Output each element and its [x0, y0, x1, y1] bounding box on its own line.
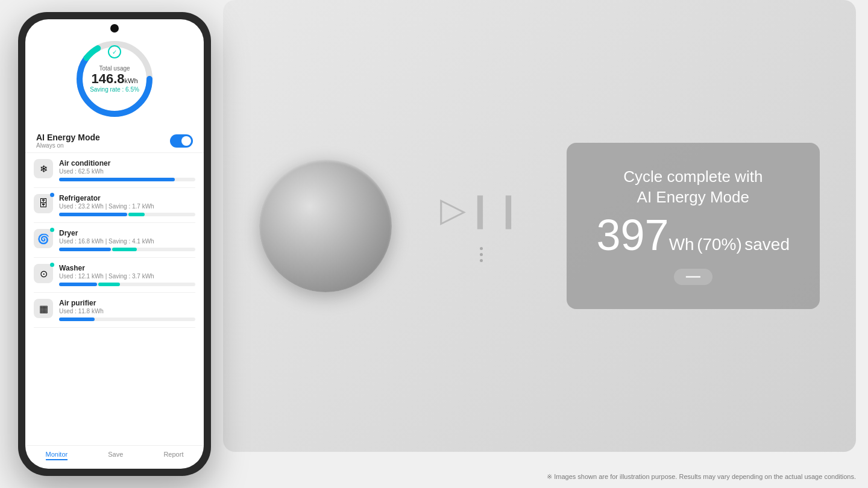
- overlay-number: 397: [597, 211, 669, 259]
- bar-used: [59, 178, 175, 181]
- device-item: ❄Air conditionerUsed : 62.5 kWh: [34, 153, 195, 188]
- usage-chart-area: ✓ Total usage 146.8kWh Saving rate : 6.5…: [25, 28, 204, 128]
- chart-saving: Saving rate : 6.5%: [90, 86, 139, 93]
- bar-used: [59, 283, 97, 286]
- bar-used: [59, 213, 127, 216]
- play-pause-icon[interactable]: ▷❙❙: [440, 190, 523, 229]
- chart-value: 146.8kWh: [90, 72, 139, 86]
- device-stats: Used : 23.2 kWh | Saving : 1.7 kWh: [59, 203, 195, 210]
- cycle-complete-card: Cycle complete with AI Energy Mode 397Wh…: [567, 143, 820, 310]
- device-name: Air purifier: [59, 299, 195, 307]
- device-stats: Used : 62.5 kWh: [59, 168, 195, 175]
- device-info: Air conditionerUsed : 62.5 kWh: [59, 159, 195, 181]
- usage-bar: [59, 213, 195, 216]
- washer-left: ▷❙❙: [259, 160, 523, 292]
- ai-mode-toggle[interactable]: [170, 134, 193, 148]
- bar-used: [59, 318, 95, 321]
- ai-mode-info: AI Energy Mode Always on: [36, 133, 100, 149]
- dot3: [480, 259, 483, 262]
- chart-center: Total usage 146.8kWh Saving rate : 6.5%: [90, 65, 139, 93]
- svg-text:✓: ✓: [112, 49, 117, 55]
- overlay-title: Cycle complete with AI Energy Mode: [597, 167, 790, 208]
- device-icon: ❄: [34, 159, 53, 178]
- disclaimer-text: ※ Images shown are for illustration purp…: [547, 473, 856, 481]
- washer-knob: [259, 160, 392, 292]
- phone-shell: ✓ Total usage 146.8kWh Saving rate : 6.5…: [18, 12, 211, 476]
- phone-screen: ✓ Total usage 146.8kWh Saving rate : 6.5…: [25, 19, 204, 469]
- overlay-saved: saved: [744, 235, 790, 254]
- device-name: Dryer: [59, 229, 195, 237]
- nav-item-report[interactable]: Report: [163, 451, 183, 460]
- device-info: DryerUsed : 16.8 kWh | Saving : 4.1 kWh: [59, 229, 195, 251]
- device-info: RefrigeratorUsed : 23.2 kWh | Saving : 1…: [59, 194, 195, 216]
- ai-mode-title: AI Energy Mode: [36, 133, 100, 142]
- dots-indicator: [480, 247, 483, 262]
- device-icon: 🗄: [34, 194, 53, 213]
- usage-bar: [59, 283, 195, 286]
- nav-item-save[interactable]: Save: [108, 451, 123, 460]
- device-item: 🗄RefrigeratorUsed : 23.2 kWh | Saving : …: [34, 188, 195, 223]
- phone-notch: [25, 19, 204, 28]
- device-stats: Used : 16.8 kWh | Saving : 4.1 kWh: [59, 238, 195, 245]
- device-list: ❄Air conditionerUsed : 62.5 kWh🗄Refriger…: [25, 153, 204, 445]
- phone: ✓ Total usage 146.8kWh Saving rate : 6.5…: [18, 12, 211, 476]
- toggle-knob: [181, 136, 191, 146]
- overlay-unit: Wh: [669, 235, 694, 254]
- ai-energy-mode-section: AI Energy Mode Always on: [25, 128, 204, 153]
- device-item: ▦Air purifierUsed : 11.8 kWh: [34, 293, 195, 328]
- washer-action-button[interactable]: ━━━: [674, 269, 712, 285]
- dot2: [480, 253, 483, 256]
- bar-used: [59, 248, 111, 251]
- status-dot: [50, 228, 54, 232]
- usage-bar: [59, 248, 195, 251]
- bar-saving: [128, 213, 145, 216]
- device-icon: 🌀: [34, 229, 53, 248]
- status-dot: [50, 263, 54, 267]
- device-name: Refrigerator: [59, 194, 195, 202]
- device-item: ⊙WasherUsed : 12.1 kWh | Saving : 3.7 kW…: [34, 258, 195, 293]
- overlay-value: 397Wh (70%) saved: [597, 213, 790, 257]
- overlay-pct: (70%): [697, 235, 742, 254]
- device-stats: Used : 12.1 kWh | Saving : 3.7 kWh: [59, 273, 195, 280]
- device-stats: Used : 11.8 kWh: [59, 308, 195, 314]
- device-info: Air purifierUsed : 11.8 kWh: [59, 299, 195, 321]
- bar-saving: [112, 248, 137, 251]
- usage-bar: [59, 178, 195, 181]
- device-item: 🌀DryerUsed : 16.8 kWh | Saving : 4.1 kWh: [34, 223, 195, 258]
- bar-saving: [98, 283, 120, 286]
- device-info: WasherUsed : 12.1 kWh | Saving : 3.7 kWh: [59, 264, 195, 286]
- ai-mode-subtitle: Always on: [36, 142, 100, 149]
- device-icon: ⊙: [34, 264, 53, 283]
- status-dot: [50, 193, 54, 197]
- dot1: [480, 247, 483, 250]
- bottom-nav: MonitorSaveReport: [25, 445, 204, 469]
- usage-bar: [59, 318, 195, 321]
- device-icon: ▦: [34, 299, 53, 318]
- washer-panel: ▷❙❙ Cycle complete with AI Energy Mode 3…: [223, 0, 856, 452]
- nav-item-monitor[interactable]: Monitor: [46, 451, 68, 460]
- device-name: Air conditioner: [59, 159, 195, 167]
- device-name: Washer: [59, 264, 195, 272]
